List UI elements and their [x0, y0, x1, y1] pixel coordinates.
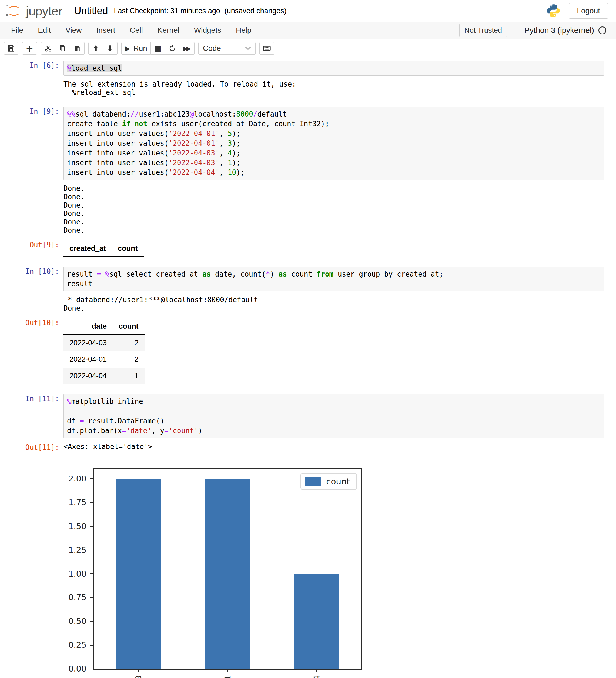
menu-file[interactable]: File: [4, 26, 31, 35]
checkpoint-status: Last Checkpoint: 31 minutes ago: [114, 7, 220, 15]
menu-insert[interactable]: Insert: [89, 26, 123, 35]
input-prompt: In [11]:: [0, 394, 64, 404]
fast-forward-icon: ▶▶: [183, 45, 191, 52]
copy-cell-button[interactable]: [55, 42, 70, 54]
bar-2022-04-01: [205, 479, 250, 669]
arrow-up-icon: [92, 45, 99, 52]
y-tick-label: 1.25: [59, 545, 86, 555]
code-editor[interactable]: %load_ext sql: [64, 61, 604, 76]
stream-output: Done.Done.Done.Done.Done.Done.: [64, 184, 85, 235]
cell-type-select[interactable]: Code: [198, 42, 256, 54]
y-tick-label: 0.75: [59, 593, 86, 602]
arrow-down-icon: [107, 45, 114, 52]
y-tick-label: 1.75: [59, 498, 86, 507]
paste-icon: [73, 45, 81, 52]
code-cell-6: In [6]: %load_ext sql The sql extension …: [0, 61, 616, 97]
paste-cell-button[interactable]: [70, 42, 85, 54]
y-tick-label: 0.25: [59, 640, 86, 650]
save-icon: [7, 45, 15, 52]
jupyter-logo[interactable]: jupyter: [5, 3, 62, 18]
save-button[interactable]: [4, 42, 18, 54]
run-cell-button[interactable]: ▶ Run: [121, 42, 151, 54]
notebook-area: In [6]: %load_ext sql The sql extension …: [0, 58, 616, 678]
menu-kernel[interactable]: Kernel: [150, 26, 187, 35]
chart-axes: count 0.000.250.500.751.001.251.501.752.…: [93, 468, 362, 670]
stop-icon: ■: [154, 44, 161, 53]
stream-output: * databend://user1:***@localhost:8000/de…: [64, 296, 258, 312]
run-label: Run: [133, 44, 147, 53]
logout-button[interactable]: Logout: [569, 3, 608, 18]
input-prompt: In [6]:: [0, 61, 64, 70]
keyboard-icon: [263, 44, 271, 52]
y-tick-label: 2.00: [59, 474, 86, 483]
kernel-name: Python 3 (ipykernel): [524, 26, 594, 35]
chart-legend: count: [300, 473, 357, 490]
menu-widgets[interactable]: Widgets: [187, 26, 229, 35]
command-palette-button[interactable]: [259, 42, 275, 54]
bar-2022-04-03: [116, 479, 161, 669]
unsaved-changes-status: (unsaved changes): [224, 7, 287, 15]
stream-output: The sql extension is already loaded. To …: [64, 80, 296, 97]
code-cell-10: In [10]: result = %sql select created_at…: [0, 267, 616, 384]
plus-icon: +: [26, 43, 34, 54]
kernel-divider: [520, 25, 520, 35]
repr-output: <Axes: xlabel='date'>: [64, 443, 152, 451]
x-tick-label: 2022-04-01: [222, 675, 233, 678]
restart-icon: [169, 45, 176, 52]
run-icon: ▶: [125, 44, 130, 52]
trust-status-button[interactable]: Not Trusted: [459, 24, 507, 37]
y-tick-label: 1.00: [59, 569, 86, 578]
code-cell-9: In [9]: %%sql databend://user1:abc123@lo…: [0, 107, 616, 257]
output-prompt: Out[11]:: [0, 443, 64, 452]
jupyter-logo-icon: [5, 3, 23, 18]
copy-icon: [58, 45, 66, 52]
result-table: datecount2022-04-0322022-04-0122022-04-0…: [64, 318, 145, 384]
menu-help[interactable]: Help: [229, 26, 259, 35]
menu-view[interactable]: View: [58, 26, 89, 35]
legend-swatch-count: [305, 478, 321, 486]
notebook-title[interactable]: Untitled: [74, 5, 108, 16]
x-tick-label: 2022-04-04: [311, 675, 322, 678]
menu-bar: File Edit View Insert Cell Kernel Widget…: [0, 22, 616, 39]
jupyter-logo-text: jupyter: [26, 3, 62, 18]
bar-2022-04-04: [294, 574, 339, 669]
move-cell-up-button[interactable]: [88, 42, 103, 54]
notebook-header: jupyter Untitled Last Checkpoint: 31 min…: [0, 0, 616, 22]
interrupt-kernel-button[interactable]: ■: [151, 42, 165, 54]
code-editor[interactable]: %%sql databend://user1:abc123@localhost:…: [64, 107, 604, 180]
y-tick-label: 0.50: [59, 616, 86, 626]
result-table: created_atcount: [64, 240, 144, 257]
output-prompt: Out[9]:: [0, 240, 64, 250]
code-editor[interactable]: result = %sql select created_at as date,…: [64, 267, 604, 292]
x-tick-label: 2022-04-03: [133, 675, 144, 678]
y-tick-label: 0.00: [59, 664, 86, 673]
bar-chart: count 0.000.250.500.751.001.251.501.752.…: [93, 468, 377, 678]
python-logo-icon: [546, 3, 561, 18]
legend-label: count: [326, 477, 350, 486]
input-prompt: In [9]:: [0, 107, 64, 116]
menu-cell[interactable]: Cell: [123, 26, 150, 35]
output-prompt: Out[10]:: [0, 318, 64, 328]
kernel-idle-indicator-icon: [599, 27, 606, 34]
input-prompt: In [10]:: [0, 267, 64, 276]
add-cell-button[interactable]: +: [22, 42, 37, 54]
menu-edit[interactable]: Edit: [31, 26, 58, 35]
code-cell-11: In [11]: %matplotlib inline df = result.…: [0, 394, 616, 678]
cut-icon: [44, 45, 52, 52]
cell-type-value: Code: [203, 44, 221, 53]
y-tick-label: 1.50: [59, 522, 86, 531]
move-cell-down-button[interactable]: [103, 42, 118, 54]
chevron-down-icon: [245, 46, 251, 50]
cut-cell-button[interactable]: [41, 42, 55, 54]
restart-run-all-button[interactable]: ▶▶: [180, 42, 195, 54]
code-editor[interactable]: %matplotlib inline df = result.DataFrame…: [64, 394, 604, 438]
toolbar: +: [0, 39, 616, 58]
restart-kernel-button[interactable]: [165, 42, 180, 54]
